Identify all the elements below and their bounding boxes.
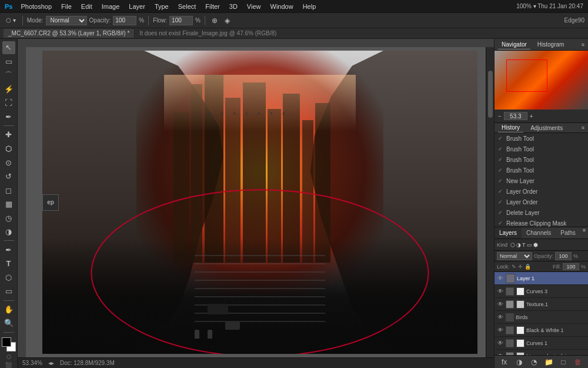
mode-select[interactable]: Normal: [46, 16, 87, 25]
menu-layer[interactable]: Layer: [124, 0, 150, 13]
flow-input[interactable]: [169, 16, 193, 25]
blend-mode-select[interactable]: Normal: [497, 252, 532, 260]
lasso-tool[interactable]: ⌒: [2, 69, 15, 82]
tab-history[interactable]: History: [498, 123, 523, 132]
tab-channels[interactable]: Channels: [522, 227, 556, 238]
vertical-scrollbar-thumb[interactable]: [488, 71, 493, 118]
history-item-3[interactable]: ✓Brush Tool: [495, 165, 588, 175]
menu-help[interactable]: Help: [298, 0, 321, 13]
menu-3d[interactable]: 3D: [225, 0, 242, 13]
layer-4-eye[interactable]: 👁: [497, 327, 504, 333]
clone-tool[interactable]: ⊙: [2, 156, 15, 169]
lock-position-btn[interactable]: ✛: [518, 264, 523, 270]
text-tool[interactable]: T: [2, 257, 15, 270]
gradient-tool[interactable]: ▦: [2, 198, 15, 211]
move-tool[interactable]: ↖: [2, 41, 15, 54]
kind-shape-icon[interactable]: ▭: [527, 242, 532, 248]
menu-filter[interactable]: Filter: [201, 0, 224, 13]
heal-tool[interactable]: ✚: [2, 128, 15, 141]
layer-5-eye[interactable]: 👁: [497, 340, 504, 346]
new-adjustment-btn[interactable]: ◔: [529, 357, 539, 367]
dodge-tool[interactable]: ◑: [2, 226, 15, 238]
menu-window[interactable]: Window: [266, 0, 298, 13]
airbrush-btn[interactable]: ⊕: [209, 15, 220, 26]
new-group-btn[interactable]: 📁: [544, 357, 553, 367]
history-item-0[interactable]: ✓Brush Tool: [495, 133, 588, 144]
photoshop-canvas[interactable]: ᗑ ᗑ ᗑ ᗑ ᗑ ᗑ ᗑ ep: [42, 51, 477, 354]
history-menu-btn[interactable]: ≡: [582, 125, 584, 131]
brush-tool[interactable]: ⬡: [2, 142, 15, 155]
blur-tool[interactable]: ◷: [2, 211, 15, 224]
menu-photoshop[interactable]: Photoshop: [16, 0, 56, 13]
layer-row-1[interactable]: 👁 Curves 3: [495, 285, 588, 298]
zoom-in-icon[interactable]: +: [530, 113, 533, 120]
menu-file[interactable]: File: [56, 0, 76, 13]
menu-image[interactable]: Image: [97, 0, 125, 13]
fill-input[interactable]: [563, 263, 579, 270]
add-style-btn[interactable]: fx: [500, 357, 509, 367]
layer-row-2[interactable]: 👁 Texture.1: [495, 298, 588, 311]
kind-adjust-icon[interactable]: ◑: [516, 242, 521, 248]
opacity-row-input[interactable]: [555, 252, 572, 260]
menu-edit[interactable]: Edit: [76, 0, 97, 13]
layer-row-0[interactable]: 👁 Layer 1: [495, 272, 588, 285]
eraser-tool[interactable]: ◻: [2, 184, 15, 197]
vertical-scrollbar[interactable]: [486, 47, 494, 360]
tab-adjustments[interactable]: Adjustments: [527, 124, 566, 132]
eyedropper-tool[interactable]: ✒: [2, 111, 15, 124]
pen-tool[interactable]: ✒: [2, 243, 15, 256]
kind-smart-icon[interactable]: ⬢: [533, 242, 538, 248]
tab-paths[interactable]: Paths: [556, 227, 580, 238]
layer-2-eye[interactable]: 👁: [497, 301, 504, 307]
layer-row-5[interactable]: 👁 Curves 1: [495, 337, 588, 350]
history-item-2[interactable]: ✓Brush Tool: [495, 154, 588, 165]
navigator-menu-btn[interactable]: ≡: [582, 42, 584, 48]
layer-row-6[interactable]: 👁 New smrk stock image...: [495, 350, 588, 355]
opacity-input[interactable]: [113, 16, 136, 25]
quick-mask-btn[interactable]: ⬡: [6, 354, 11, 360]
tool-preset[interactable]: ⬡ ▾: [4, 16, 18, 25]
menu-view[interactable]: View: [242, 0, 266, 13]
zoom-tool[interactable]: 🔍: [2, 317, 15, 330]
lock-all-btn[interactable]: 🔒: [524, 264, 531, 270]
document-tab[interactable]: _MC_6607.CR2 @ 53.3% (Layer 1, RGB/8#) *: [4, 29, 135, 38]
screen-mode-btn[interactable]: ⬛: [5, 362, 12, 368]
path-select-tool[interactable]: ⬡: [2, 271, 15, 284]
history-brush-tool[interactable]: ↺: [2, 170, 15, 183]
tab-layers[interactable]: Layers: [495, 227, 522, 238]
quick-select-tool[interactable]: ⚡: [2, 83, 15, 96]
crop-tool[interactable]: ⛶: [2, 97, 15, 110]
menu-select[interactable]: Select: [173, 0, 201, 13]
history-item-8[interactable]: ✓Release Clipping Mask: [495, 218, 588, 227]
pressure-btn[interactable]: ◈: [222, 15, 232, 26]
lock-pixel-btn[interactable]: ✎: [512, 264, 516, 270]
history-item-5[interactable]: ✓Layer Order: [495, 186, 588, 197]
tab-navigator[interactable]: Navigator: [498, 40, 530, 49]
zoom-out-icon[interactable]: −: [498, 113, 502, 120]
shape-tool[interactable]: ▭: [2, 285, 15, 298]
zoom-level[interactable]: 53.34%: [22, 360, 42, 366]
kind-pixel-icon[interactable]: ⬡: [510, 242, 515, 248]
layer-1-eye[interactable]: 👁: [497, 288, 504, 294]
marquee-tool[interactable]: ▭: [2, 55, 15, 68]
color-swatches[interactable]: [2, 337, 16, 351]
history-item-4[interactable]: ✓New Layer: [495, 175, 588, 186]
history-item-7[interactable]: ✓Delete Layer: [495, 207, 588, 218]
menu-type[interactable]: Type: [150, 0, 173, 13]
tab-histogram[interactable]: Histogram: [534, 40, 568, 49]
add-mask-btn[interactable]: ◑: [514, 357, 524, 367]
zoom-input[interactable]: [504, 112, 527, 120]
history-item-6[interactable]: ✓Layer Order: [495, 197, 588, 207]
kind-text-icon[interactable]: T: [522, 242, 526, 248]
history-item-1[interactable]: ✓Brush Tool: [495, 144, 588, 154]
new-layer-btn[interactable]: □: [559, 357, 568, 367]
navigator-viewport-box[interactable]: [506, 59, 547, 92]
layer-0-eye[interactable]: 👁: [497, 275, 504, 281]
foreground-color-swatch[interactable]: [2, 337, 11, 347]
delete-layer-btn[interactable]: 🗑: [573, 357, 583, 367]
layer-3-eye[interactable]: 👁: [497, 314, 504, 320]
layer-row-4[interactable]: 👁 Black & White 1: [495, 324, 588, 337]
layers-menu-btn[interactable]: ≡: [580, 227, 588, 238]
layer-row-3[interactable]: 👁 Birds: [495, 311, 588, 324]
hand-tool[interactable]: ✋: [2, 303, 15, 316]
